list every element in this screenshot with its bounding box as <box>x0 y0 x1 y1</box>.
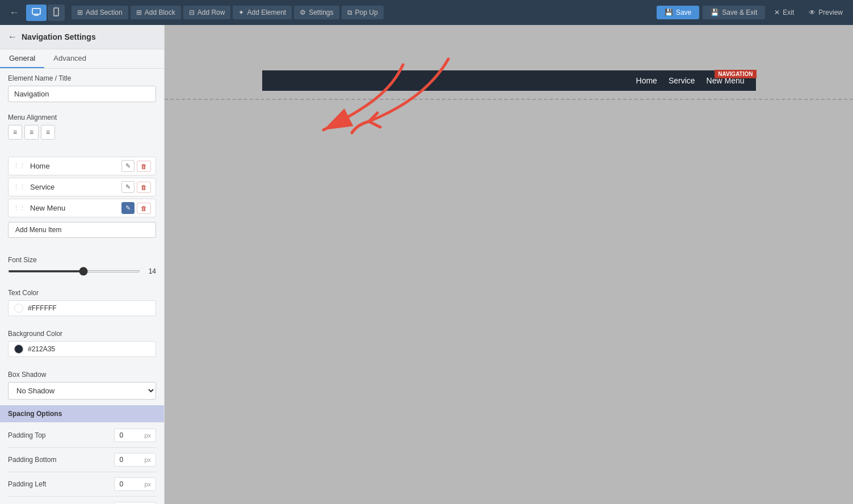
settings-label: Settings <box>309 9 333 16</box>
add-row-button[interactable]: ⊟ Add Row <box>183 6 231 19</box>
add-element-icon: ✦ <box>238 9 244 16</box>
padding-bottom-input[interactable] <box>119 456 142 464</box>
padding-right-row: Padding Right px <box>8 501 156 504</box>
canvas: Home Service New Menu NAVIGATION <box>165 25 853 504</box>
padding-top-label: Padding Top <box>8 428 114 443</box>
preview-label: Preview <box>818 9 843 16</box>
padding-bottom-input-wrap: px <box>114 453 156 467</box>
save-icon: 💾 <box>665 9 673 16</box>
padding-top-input-wrap: px <box>114 429 156 442</box>
align-right-button[interactable]: ≡ <box>41 125 55 140</box>
add-element-label: Add Element <box>247 9 286 16</box>
add-block-icon: ⊞ <box>136 9 142 16</box>
add-section-icon: ⊞ <box>77 9 83 16</box>
padding-bottom-row: Padding Bottom px <box>8 452 156 467</box>
add-row-icon: ⊟ <box>189 9 195 16</box>
divider-1 <box>8 447 156 448</box>
text-color-row[interactable]: #FFFFFF <box>8 300 156 316</box>
padding-bottom-label: Padding Bottom <box>8 452 114 467</box>
bg-color-section: Background Color #212A35 <box>0 324 164 365</box>
desktop-view-button[interactable] <box>26 5 47 21</box>
add-section-label: Add Section <box>86 9 123 16</box>
sidebar-title: Navigation Settings <box>22 32 96 41</box>
exit-button[interactable]: ✕ Exit <box>768 6 800 19</box>
font-size-label: Font Size <box>8 256 156 264</box>
font-size-slider-row: 14 <box>8 267 156 275</box>
tab-general[interactable]: General <box>0 49 44 68</box>
bg-color-row[interactable]: #212A35 <box>8 341 156 357</box>
delete-home-button[interactable]: 🗑 <box>137 161 151 172</box>
padding-left-input-wrap: px <box>114 477 156 491</box>
bg-color-value: #212A35 <box>28 345 55 353</box>
divider-3 <box>8 496 156 497</box>
padding-top-unit: px <box>144 432 151 439</box>
view-toggle-group <box>26 5 65 21</box>
menu-items-list: ⋮⋮ Home ✎ 🗑 ⋮⋮ Service ✎ 🗑 ⋮⋮ New Menu ✎… <box>8 157 156 217</box>
box-shadow-select[interactable]: No Shadow Light Shadow Medium Shadow Hea… <box>8 382 156 400</box>
padding-right-input-wrap: px <box>114 502 156 504</box>
save-exit-label: Save & Exit <box>722 9 757 16</box>
menu-items-section: ⋮⋮ Home ✎ 🗑 ⋮⋮ Service ✎ 🗑 ⋮⋮ New Menu ✎… <box>0 151 164 250</box>
menu-item-newmenu: ⋮⋮ New Menu ✎ 🗑 <box>8 199 156 217</box>
align-center-button[interactable]: ≡ <box>24 125 39 140</box>
spacing-options-header: Spacing Options <box>0 405 164 422</box>
popup-icon: ⧉ <box>347 9 352 16</box>
settings-button[interactable]: ⚙ Settings <box>294 6 339 19</box>
tab-advanced[interactable]: Advanced <box>44 49 95 68</box>
nav-item-service[interactable]: Service <box>669 76 695 85</box>
menu-item-home-label: Home <box>30 162 119 170</box>
padding-right-label: Padding Right <box>8 501 114 504</box>
edit-home-button[interactable]: ✎ <box>121 160 135 172</box>
edit-newmenu-button[interactable]: ✎ <box>121 202 135 214</box>
menu-item-newmenu-label: New Menu <box>30 204 119 212</box>
save-exit-button[interactable]: 💾 Save & Exit <box>703 6 765 19</box>
add-row-label: Add Row <box>198 9 225 16</box>
save-exit-icon: 💾 <box>711 9 719 16</box>
sidebar-back-icon[interactable]: ← <box>8 32 17 42</box>
element-name-input[interactable] <box>8 86 156 102</box>
padding-left-label: Padding Left <box>8 477 114 492</box>
menu-item-service-label: Service <box>30 183 119 191</box>
element-name-label: Element Name / Title <box>8 74 156 82</box>
add-menu-item-button[interactable]: Add Menu Item <box>8 222 156 238</box>
drag-handle-newmenu[interactable]: ⋮⋮ <box>13 204 26 212</box>
padding-bottom-unit: px <box>144 456 151 463</box>
padding-top-input[interactable] <box>119 431 142 439</box>
font-size-slider[interactable] <box>8 270 140 272</box>
delete-service-button[interactable]: 🗑 <box>137 182 151 193</box>
padding-left-input[interactable] <box>119 480 142 488</box>
canvas-dashed-border <box>165 99 853 100</box>
nav-preview: Home Service New Menu NAVIGATION <box>262 70 756 91</box>
align-left-button[interactable]: ≡ <box>8 125 22 140</box>
edit-service-button[interactable]: ✎ <box>121 181 135 193</box>
drag-handle-service[interactable]: ⋮⋮ <box>13 183 26 191</box>
alignment-group: ≡ ≡ ≡ <box>8 125 156 140</box>
delete-newmenu-button[interactable]: 🗑 <box>137 203 151 214</box>
box-shadow-label: Box Shadow <box>8 371 156 379</box>
toolbar-back-button[interactable]: ← <box>5 5 24 21</box>
toolbar: ← ⊞ Add Section ⊞ Add Block ⊟ Add Row ✦ … <box>0 0 853 25</box>
save-button[interactable]: 💾 Save <box>657 6 699 19</box>
font-size-section: Font Size 14 <box>0 250 164 283</box>
mobile-view-button[interactable] <box>48 5 65 21</box>
toolbar-right-actions: 💾 Save 💾 Save & Exit ✕ Exit 👁 Preview <box>657 6 848 19</box>
add-block-button[interactable]: ⊞ Add Block <box>131 6 181 19</box>
text-color-section: Text Color #FFFFFF <box>0 283 164 324</box>
drag-handle-home[interactable]: ⋮⋮ <box>13 162 26 170</box>
sidebar: ← Navigation Settings General Advanced E… <box>0 25 165 504</box>
sidebar-header: ← Navigation Settings <box>0 25 164 49</box>
add-element-button[interactable]: ✦ Add Element <box>233 6 292 19</box>
add-section-button[interactable]: ⊞ Add Section <box>72 6 128 19</box>
nav-item-home[interactable]: Home <box>636 76 657 85</box>
bg-color-swatch <box>14 345 23 354</box>
popup-label: Pop Up <box>355 9 378 16</box>
menu-item-home: ⋮⋮ Home ✎ 🗑 <box>8 157 156 175</box>
popup-button[interactable]: ⧉ Pop Up <box>342 6 384 19</box>
padding-left-unit: px <box>144 481 151 488</box>
exit-label: Exit <box>783 9 794 16</box>
box-shadow-section: Box Shadow No Shadow Light Shadow Medium… <box>0 365 164 405</box>
text-color-label: Text Color <box>8 289 156 297</box>
element-name-section: Element Name / Title <box>0 69 164 108</box>
preview-button[interactable]: 👁 Preview <box>803 6 848 19</box>
add-block-label: Add Block <box>145 9 175 16</box>
